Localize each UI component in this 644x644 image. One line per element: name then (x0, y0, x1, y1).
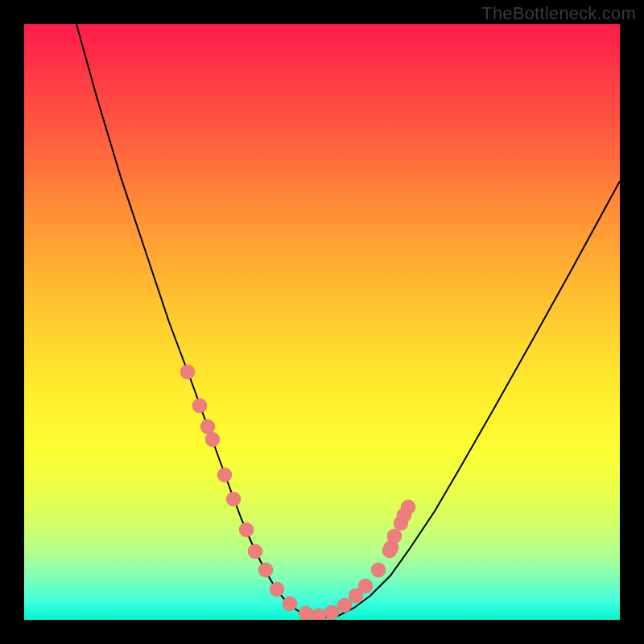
chart-svg (24, 24, 620, 620)
curve-dot (192, 398, 207, 413)
curve-dot (387, 529, 402, 543)
curve-dot (200, 419, 215, 434)
curve-dot (180, 365, 195, 379)
curve-dot (324, 605, 339, 620)
curve-dot (371, 563, 386, 577)
curve-dot (270, 582, 284, 597)
curve-dot (397, 508, 411, 522)
curve-dot (337, 598, 352, 613)
outer-frame: TheBottleneck.com (0, 0, 644, 644)
plot-area (24, 24, 620, 620)
curve-dot (205, 432, 220, 447)
curve-dot (358, 579, 373, 593)
dot-group (180, 365, 415, 620)
curve-dot (217, 468, 232, 482)
curve-path (76, 24, 620, 618)
curve-dot (248, 544, 262, 559)
curve-dot (239, 522, 254, 537)
curve-dot (382, 543, 397, 558)
curve-dot (299, 606, 313, 620)
curve-dot (226, 492, 241, 506)
watermark-text: TheBottleneck.com (481, 3, 636, 24)
curve-dot (258, 563, 273, 577)
curve-dot (283, 597, 297, 611)
curve-dot (312, 609, 326, 620)
